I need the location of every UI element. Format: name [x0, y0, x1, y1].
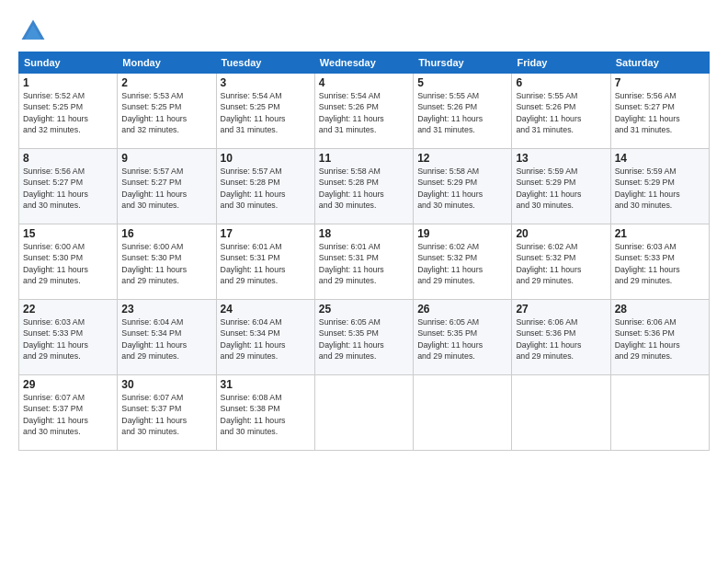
day-cell: 28Sunrise: 6:06 AM Sunset: 5:36 PM Dayli… — [610, 300, 709, 375]
day-cell: 6Sunrise: 5:55 AM Sunset: 5:26 PM Daylig… — [512, 74, 610, 149]
day-cell: 23Sunrise: 6:04 AM Sunset: 5:34 PM Dayli… — [118, 300, 216, 375]
weekday-monday: Monday — [118, 52, 216, 74]
day-number: 1 — [23, 76, 113, 89]
day-info: Sunrise: 5:58 AM Sunset: 5:28 PM Dayligh… — [319, 166, 409, 211]
day-number: 25 — [319, 303, 409, 316]
day-cell: 31Sunrise: 6:08 AM Sunset: 5:38 PM Dayli… — [216, 375, 314, 451]
day-cell: 13Sunrise: 5:59 AM Sunset: 5:29 PM Dayli… — [512, 149, 610, 224]
day-info: Sunrise: 6:03 AM Sunset: 5:33 PM Dayligh… — [23, 316, 113, 362]
day-cell: 27Sunrise: 6:06 AM Sunset: 5:36 PM Dayli… — [512, 300, 610, 375]
day-number: 19 — [417, 227, 507, 240]
week-row-2: 8Sunrise: 5:56 AM Sunset: 5:27 PM Daylig… — [19, 149, 710, 224]
day-cell: 25Sunrise: 6:05 AM Sunset: 5:35 PM Dayli… — [314, 300, 413, 375]
day-cell: 22Sunrise: 6:03 AM Sunset: 5:33 PM Dayli… — [19, 300, 118, 375]
day-cell: 7Sunrise: 5:56 AM Sunset: 5:27 PM Daylig… — [610, 74, 709, 149]
day-number: 14 — [615, 152, 705, 165]
day-cell — [512, 375, 610, 451]
day-info: Sunrise: 6:06 AM Sunset: 5:36 PM Dayligh… — [516, 316, 606, 362]
day-cell: 26Sunrise: 6:05 AM Sunset: 5:35 PM Dayli… — [414, 300, 512, 375]
day-info: Sunrise: 6:05 AM Sunset: 5:35 PM Dayligh… — [319, 316, 409, 362]
day-cell: 4Sunrise: 5:54 AM Sunset: 5:26 PM Daylig… — [314, 74, 413, 149]
day-cell: 29Sunrise: 6:07 AM Sunset: 5:37 PM Dayli… — [19, 375, 118, 451]
day-info: Sunrise: 6:07 AM Sunset: 5:37 PM Dayligh… — [23, 392, 113, 437]
weekday-header-row: SundayMondayTuesdayWednesdayThursdayFrid… — [19, 52, 710, 74]
day-cell: 12Sunrise: 5:58 AM Sunset: 5:29 PM Dayli… — [414, 149, 512, 224]
day-number: 6 — [516, 76, 606, 89]
day-info: Sunrise: 6:01 AM Sunset: 5:31 PM Dayligh… — [319, 241, 409, 286]
day-info: Sunrise: 6:06 AM Sunset: 5:36 PM Dayligh… — [615, 316, 705, 362]
day-number: 31 — [221, 378, 311, 391]
day-number: 18 — [319, 227, 409, 240]
day-number: 20 — [516, 227, 606, 240]
day-info: Sunrise: 6:03 AM Sunset: 5:33 PM Dayligh… — [615, 241, 705, 286]
week-row-4: 22Sunrise: 6:03 AM Sunset: 5:33 PM Dayli… — [19, 300, 710, 375]
day-info: Sunrise: 5:57 AM Sunset: 5:27 PM Dayligh… — [121, 166, 211, 211]
day-number: 12 — [417, 152, 507, 165]
day-info: Sunrise: 5:52 AM Sunset: 5:25 PM Dayligh… — [23, 90, 113, 135]
day-cell: 8Sunrise: 5:56 AM Sunset: 5:27 PM Daylig… — [19, 149, 118, 224]
day-number: 23 — [121, 303, 211, 316]
day-cell: 16Sunrise: 6:00 AM Sunset: 5:30 PM Dayli… — [118, 224, 216, 300]
day-number: 2 — [121, 76, 211, 89]
day-number: 16 — [121, 227, 211, 240]
day-info: Sunrise: 6:02 AM Sunset: 5:32 PM Dayligh… — [417, 241, 507, 286]
day-cell: 9Sunrise: 5:57 AM Sunset: 5:27 PM Daylig… — [118, 149, 216, 224]
day-number: 4 — [319, 76, 409, 89]
day-cell — [314, 375, 413, 451]
day-cell: 3Sunrise: 5:54 AM Sunset: 5:25 PM Daylig… — [216, 74, 314, 149]
week-row-3: 15Sunrise: 6:00 AM Sunset: 5:30 PM Dayli… — [19, 224, 710, 300]
logo-icon — [18, 17, 48, 46]
day-cell: 19Sunrise: 6:02 AM Sunset: 5:32 PM Dayli… — [414, 224, 512, 300]
weekday-wednesday: Wednesday — [314, 52, 413, 74]
day-cell: 2Sunrise: 5:53 AM Sunset: 5:25 PM Daylig… — [118, 74, 216, 149]
day-cell: 1Sunrise: 5:52 AM Sunset: 5:25 PM Daylig… — [19, 74, 118, 149]
day-number: 30 — [121, 378, 211, 391]
day-cell: 5Sunrise: 5:55 AM Sunset: 5:26 PM Daylig… — [414, 74, 512, 149]
weekday-tuesday: Tuesday — [216, 52, 314, 74]
day-cell: 20Sunrise: 6:02 AM Sunset: 5:32 PM Dayli… — [512, 224, 610, 300]
day-info: Sunrise: 6:05 AM Sunset: 5:35 PM Dayligh… — [417, 316, 507, 362]
day-info: Sunrise: 6:00 AM Sunset: 5:30 PM Dayligh… — [23, 241, 113, 286]
day-info: Sunrise: 5:59 AM Sunset: 5:29 PM Dayligh… — [516, 166, 606, 211]
day-cell: 10Sunrise: 5:57 AM Sunset: 5:28 PM Dayli… — [216, 149, 314, 224]
day-cell: 15Sunrise: 6:00 AM Sunset: 5:30 PM Dayli… — [19, 224, 118, 300]
week-row-1: 1Sunrise: 5:52 AM Sunset: 5:25 PM Daylig… — [19, 74, 710, 149]
day-cell — [414, 375, 512, 451]
day-info: Sunrise: 6:08 AM Sunset: 5:38 PM Dayligh… — [221, 392, 311, 437]
day-cell: 18Sunrise: 6:01 AM Sunset: 5:31 PM Dayli… — [314, 224, 413, 300]
day-info: Sunrise: 5:55 AM Sunset: 5:26 PM Dayligh… — [417, 90, 507, 135]
day-cell: 17Sunrise: 6:01 AM Sunset: 5:31 PM Dayli… — [216, 224, 314, 300]
day-info: Sunrise: 6:04 AM Sunset: 5:34 PM Dayligh… — [121, 316, 211, 362]
day-info: Sunrise: 6:01 AM Sunset: 5:31 PM Dayligh… — [221, 241, 311, 286]
day-number: 17 — [221, 227, 311, 240]
day-info: Sunrise: 5:54 AM Sunset: 5:26 PM Dayligh… — [319, 90, 409, 135]
day-number: 22 — [23, 303, 113, 316]
weekday-friday: Friday — [512, 52, 610, 74]
day-number: 21 — [615, 227, 705, 240]
day-info: Sunrise: 5:56 AM Sunset: 5:27 PM Dayligh… — [615, 90, 705, 135]
day-number: 15 — [23, 227, 113, 240]
day-number: 13 — [516, 152, 606, 165]
calendar-table: SundayMondayTuesdayWednesdayThursdayFrid… — [18, 52, 710, 451]
day-info: Sunrise: 5:53 AM Sunset: 5:25 PM Dayligh… — [121, 90, 211, 135]
day-info: Sunrise: 6:07 AM Sunset: 5:37 PM Dayligh… — [121, 392, 211, 437]
day-cell: 14Sunrise: 5:59 AM Sunset: 5:29 PM Dayli… — [610, 149, 709, 224]
header — [18, 17, 710, 46]
day-cell: 11Sunrise: 5:58 AM Sunset: 5:28 PM Dayli… — [314, 149, 413, 224]
weekday-thursday: Thursday — [414, 52, 512, 74]
day-number: 8 — [23, 152, 113, 165]
day-number: 26 — [417, 303, 507, 316]
logo — [18, 17, 51, 46]
day-number: 28 — [615, 303, 705, 316]
day-number: 7 — [615, 76, 705, 89]
day-number: 29 — [23, 378, 113, 391]
day-number: 24 — [221, 303, 311, 316]
day-info: Sunrise: 5:57 AM Sunset: 5:28 PM Dayligh… — [221, 166, 311, 211]
day-cell: 24Sunrise: 6:04 AM Sunset: 5:34 PM Dayli… — [216, 300, 314, 375]
day-info: Sunrise: 6:04 AM Sunset: 5:34 PM Dayligh… — [221, 316, 311, 362]
day-number: 9 — [121, 152, 211, 165]
weekday-sunday: Sunday — [19, 52, 118, 74]
day-number: 5 — [417, 76, 507, 89]
day-info: Sunrise: 6:02 AM Sunset: 5:32 PM Dayligh… — [516, 241, 606, 286]
day-number: 3 — [221, 76, 311, 89]
